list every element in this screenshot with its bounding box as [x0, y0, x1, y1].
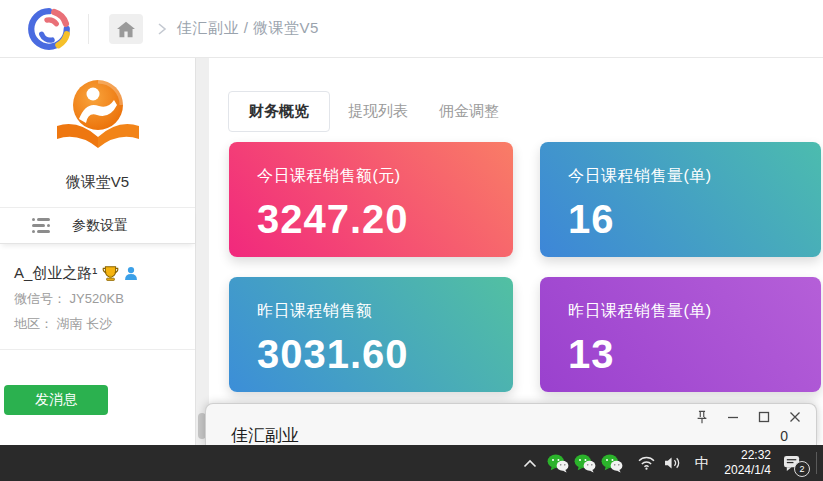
settings-list-icon: [32, 218, 50, 233]
chat-window-title: 佳汇副业: [231, 424, 299, 447]
stat-value: 13: [568, 332, 821, 377]
tab-finance-overview[interactable]: 财务概览: [228, 91, 330, 132]
hidden-icons-button[interactable]: [523, 459, 537, 468]
stat-label: 今日课程销售额(元): [257, 166, 513, 187]
contact-profile: A_创业之路¹ 微信号： JY520KB 地区： 湖南 长沙: [0, 244, 195, 333]
system-tray: 中 22:32 2024/1/4 2: [523, 448, 823, 478]
wechat-icon: [574, 454, 596, 473]
minimize-icon: [727, 411, 739, 423]
send-message-button[interactable]: 发消息: [4, 385, 108, 415]
volume-button[interactable]: [664, 456, 681, 470]
contact-region: 地区： 湖南 长沙: [14, 315, 195, 333]
wifi-button[interactable]: [638, 456, 655, 470]
scrollbar-gutter: [196, 57, 209, 445]
stat-label: 昨日课程销售量(单): [568, 301, 821, 322]
clock-date: 2024/1/4: [724, 463, 771, 478]
sidebar-divider: [0, 349, 195, 350]
show-desktop-divider[interactable]: [816, 452, 817, 474]
stat-card-today-sales-count: 今日课程销售量(单) 16: [540, 142, 821, 257]
site-logo: [0, 69, 195, 165]
wechat-tray-icon-3[interactable]: [601, 454, 623, 473]
wechat-tray-icon-2[interactable]: [574, 454, 596, 473]
input-method-indicator[interactable]: 中: [692, 454, 712, 473]
app-logo-icon[interactable]: [26, 6, 72, 52]
stat-card-yesterday-sales-count: 昨日课程销售量(单) 13: [540, 277, 821, 392]
settings-label: 参数设置: [72, 217, 128, 235]
stat-value: 3031.60: [257, 332, 513, 377]
app-name: 微课堂V5: [0, 173, 195, 192]
sidebar: 微课堂V5 参数设置 A_创业之路¹ 微信号： JY520KB 地区：: [0, 57, 196, 445]
maximize-button[interactable]: [748, 407, 779, 427]
pin-button[interactable]: [686, 407, 717, 427]
home-button[interactable]: [109, 14, 143, 44]
topbar: 佳汇副业 / 微课堂V5: [0, 0, 823, 58]
close-button[interactable]: [779, 407, 810, 427]
main-panel: 财务概览 提现列表 佣金调整 今日课程销售额(元) 3247.20 今日课程销售…: [209, 57, 823, 403]
tab-withdraw-list[interactable]: 提现列表: [348, 102, 408, 121]
close-icon: [789, 411, 801, 423]
window-controls: [686, 407, 810, 427]
stat-label: 今日课程销售量(单): [568, 166, 821, 187]
maximize-icon: [758, 411, 770, 423]
stat-cards: 今日课程销售额(元) 3247.20 今日课程销售量(单) 16 昨日课程销售额…: [229, 142, 821, 392]
minimize-button[interactable]: [717, 407, 748, 427]
notification-center-button[interactable]: 2: [783, 455, 802, 472]
speaker-icon: [664, 456, 681, 470]
chat-window[interactable]: 佳汇副业 0: [205, 403, 817, 445]
pin-icon: [695, 410, 709, 425]
person-icon: [124, 266, 138, 281]
clock-time: 22:32: [724, 448, 771, 463]
sidebar-item-settings[interactable]: 参数设置: [0, 208, 195, 244]
topbar-divider: [88, 14, 89, 44]
chevron-up-icon: [523, 459, 537, 468]
stat-value: 16: [568, 197, 821, 242]
wifi-icon: [638, 456, 655, 470]
wechat-icon: [547, 454, 569, 473]
breadcrumb-chevron-icon: [157, 23, 167, 35]
stat-label: 昨日课程销售额: [257, 301, 513, 322]
trophy-icon: [102, 265, 119, 282]
notification-count-badge: 2: [794, 461, 810, 477]
home-icon: [116, 20, 136, 38]
contact-wechat-id: 微信号： JY520KB: [14, 290, 195, 308]
tab-commission-adjust[interactable]: 佣金调整: [439, 102, 499, 121]
wechat-icon: [601, 454, 623, 473]
contact-name: A_创业之路¹: [14, 264, 97, 283]
site-logo-icon: [50, 69, 146, 165]
tab-bar: 财务概览 提现列表 佣金调整: [228, 91, 823, 132]
stat-card-yesterday-sales-amount: 昨日课程销售额 3031.60: [229, 277, 513, 392]
taskbar: 中 22:32 2024/1/4 2: [0, 445, 823, 481]
stat-card-today-sales-amount: 今日课程销售额(元) 3247.20: [229, 142, 513, 257]
stat-value: 3247.20: [257, 197, 513, 242]
clock[interactable]: 22:32 2024/1/4: [724, 448, 771, 478]
chat-window-badge: 0: [780, 428, 788, 444]
wechat-tray-icon-1[interactable]: [547, 454, 569, 473]
contact-name-row: A_创业之路¹: [14, 264, 195, 283]
breadcrumb: 佳汇副业 / 微课堂V5: [177, 19, 319, 38]
